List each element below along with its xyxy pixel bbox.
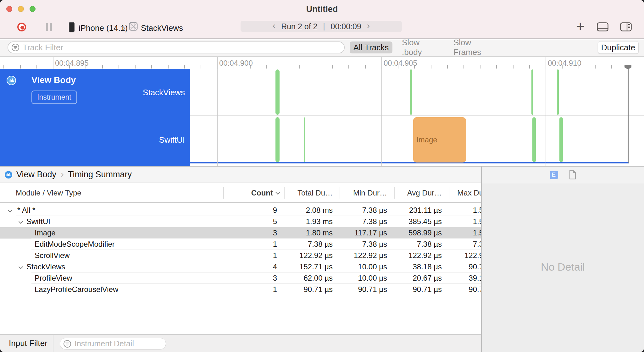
column-divider[interactable] [394, 187, 395, 199]
table-row-image[interactable]: Image31.80 ms117.17 µs598.99 µs1.5 [0, 227, 481, 239]
next-run-button[interactable]: › [367, 21, 370, 31]
track-title: View Body [31, 75, 76, 85]
record-icon [20, 26, 24, 30]
run-duration: 00:00:09 [331, 22, 361, 31]
column-divider[interactable] [449, 187, 449, 199]
cell-name: LazyProfileCarouselView [35, 284, 223, 295]
pause-icon[interactable] [46, 23, 48, 31]
ruler-major-tick [546, 57, 546, 69]
table-row-lazyprofilecarouselview[interactable]: LazyProfileCarouselView190.71 µs90.71 µs… [0, 284, 481, 295]
track-header-view-body[interactable]: View Body Instrument StackViews SwiftUI [0, 69, 190, 166]
column-divider[interactable] [284, 187, 285, 199]
segment-slow-frames[interactable]: Slow Frames [453, 41, 498, 53]
column-header-count[interactable]: Count [223, 183, 284, 203]
target-process-name[interactable]: StackViews [141, 23, 183, 33]
extended-detail-tab[interactable]: E [550, 171, 558, 179]
ruler-minor-tick [529, 65, 530, 69]
segment-slow-body[interactable]: Slow .body [402, 41, 440, 53]
ruler-time-label: 00:04.900 [219, 59, 253, 68]
cell-avg: 385.45 µs [394, 216, 449, 227]
column-header-label: Min Dur… [353, 189, 387, 197]
sort-chevron-down-icon [275, 190, 280, 195]
table-row-profileview[interactable]: ProfileView362.00 µs10.00 µs20.67 µs39.1 [0, 272, 481, 284]
timeline-ruler[interactable]: 00:04.89500:04.90000:04.90500:04.910 [0, 56, 644, 69]
table-row-editmodescopemodifier[interactable]: EditModeScopeModifier17.38 µs7.38 µs7.38… [0, 239, 481, 250]
add-instrument-button[interactable]: + [576, 21, 585, 31]
filter-icon [63, 340, 71, 348]
ruler-minor-tick [365, 65, 366, 69]
ruler-minor-tick [3, 65, 4, 69]
cell-name: EditModeScopeModifier [35, 239, 223, 250]
interval-bar[interactable] [410, 69, 412, 115]
column-header-name[interactable]: Module / View Type [0, 183, 223, 203]
ruler-minor-tick [36, 65, 37, 69]
cell-avg: 122.92 µs [394, 250, 449, 261]
ruler-major-tick [381, 57, 382, 69]
interval-bar[interactable] [532, 117, 536, 162]
column-header-min[interactable]: Min Dur… [340, 183, 394, 203]
cell-total: 1.93 ms [284, 216, 340, 227]
duplicate-button[interactable]: Duplicate [598, 41, 639, 54]
device-name[interactable]: iPhone (14.1) [79, 23, 128, 33]
cell-total: 62.00 µs [284, 272, 340, 284]
column-header-label: Max Du [457, 189, 483, 197]
right-sidebar-toggle-button[interactable] [620, 22, 632, 33]
ruler-time-label: 00:04.905 [384, 59, 417, 68]
column-divider[interactable] [340, 187, 340, 199]
interval-bar[interactable] [275, 69, 280, 115]
timeline-gridline [381, 69, 382, 166]
ruler-minor-tick [431, 65, 431, 69]
ruler-minor-tick [348, 65, 349, 69]
cell-max: 1.5 [449, 216, 481, 227]
interval-bar[interactable] [304, 117, 305, 162]
breadcrumb-page[interactable]: Timing Summary [68, 170, 132, 179]
pause-icon[interactable] [50, 23, 52, 31]
document-tab-icon[interactable] [569, 170, 576, 179]
table-row-scrollview[interactable]: ScrollView1122.92 µs122.92 µs122.92 µs12… [0, 250, 481, 261]
interval-block-image[interactable]: Image [413, 117, 466, 162]
cell-total: 1.80 ms [284, 227, 340, 239]
cell-avg: 90.71 µs [394, 284, 449, 295]
record-button[interactable] [17, 23, 26, 31]
cell-name: ProfileView [35, 272, 223, 284]
interval-bar[interactable] [557, 69, 559, 115]
cell-count: 1 [223, 239, 284, 250]
instrument-detail-filter-input[interactable]: Instrument Detail [60, 338, 166, 349]
disclosure-chevron-icon[interactable] [8, 208, 12, 212]
breadcrumb-instrument[interactable]: View Body [16, 170, 56, 179]
cell-max: 7.3 [449, 239, 481, 250]
cell-count: 3 [223, 227, 284, 239]
bottom-pane-toggle-button[interactable] [597, 22, 608, 33]
column-header-total[interactable]: Total Du… [284, 183, 340, 203]
cell-total: 152.71 µs [284, 261, 340, 272]
column-header-label: Module / View Type [16, 189, 81, 197]
segment-all-tracks[interactable]: All Tracks [350, 41, 392, 53]
ruler-minor-tick [464, 65, 464, 69]
previous-run-button[interactable]: ‹ [273, 21, 275, 31]
column-divider[interactable] [223, 187, 224, 199]
table-row-all[interactable]: * All *92.08 ms7.38 µs231.11 µs1.5 [0, 205, 481, 216]
table-row-swiftui[interactable]: SwiftUI51.93 ms7.38 µs385.45 µs1.5 [0, 216, 481, 227]
instrument-detail-placeholder: Instrument Detail [75, 339, 134, 348]
toolbar: iPhone (14.1) › StackViews ‹ Run 2 of 2 … [0, 16, 644, 39]
interval-bar[interactable] [559, 117, 563, 162]
interval-bar[interactable] [275, 117, 280, 162]
instruments-window: Untitled iPhone (14.1) › StackViews ‹ Ru… [0, 0, 644, 352]
table-row-stackviews[interactable]: StackViews4152.71 µs10.00 µs38.18 µs90.7 [0, 261, 481, 272]
column-header-label: Count [251, 189, 273, 197]
column-header-avg[interactable]: Avg Dur… [394, 183, 449, 203]
instrument-icon [7, 76, 16, 85]
ruler-minor-tick [299, 65, 300, 69]
cell-total: 122.92 µs [284, 250, 340, 261]
cell-count: 9 [223, 205, 284, 216]
disclosure-chevron-icon[interactable] [19, 265, 23, 269]
track-filter-input[interactable]: Track Filter [8, 41, 345, 53]
ruler-minor-tick [20, 65, 21, 69]
column-header-max[interactable]: Max Du [449, 183, 483, 203]
ruler-major-tick [217, 57, 218, 69]
inspector-tab-bar: E [482, 167, 644, 183]
interval-bar[interactable] [531, 69, 533, 115]
disclosure-chevron-icon[interactable] [19, 219, 23, 224]
column-header-label: Avg Dur… [407, 189, 442, 197]
ruler-minor-tick [151, 65, 152, 69]
